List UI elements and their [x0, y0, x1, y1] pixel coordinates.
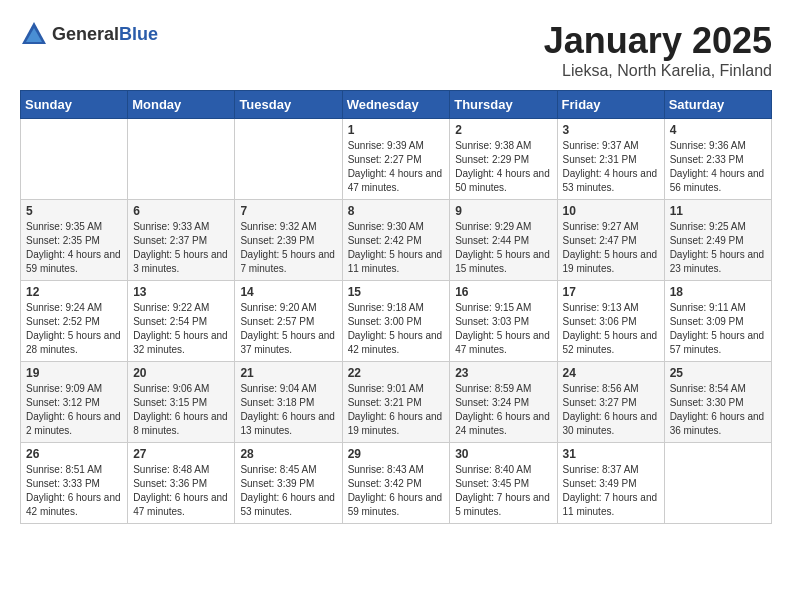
- page-header: GeneralBlue January 2025 Lieksa, North K…: [20, 20, 772, 80]
- day-number: 18: [670, 285, 766, 299]
- day-info: Sunrise: 9:24 AM Sunset: 2:52 PM Dayligh…: [26, 301, 122, 357]
- calendar-cell: 17Sunrise: 9:13 AM Sunset: 3:06 PM Dayli…: [557, 281, 664, 362]
- calendar-cell: 19Sunrise: 9:09 AM Sunset: 3:12 PM Dayli…: [21, 362, 128, 443]
- day-number: 9: [455, 204, 551, 218]
- calendar-table: SundayMondayTuesdayWednesdayThursdayFrid…: [20, 90, 772, 524]
- weekday-header-row: SundayMondayTuesdayWednesdayThursdayFrid…: [21, 91, 772, 119]
- day-info: Sunrise: 9:11 AM Sunset: 3:09 PM Dayligh…: [670, 301, 766, 357]
- day-number: 24: [563, 366, 659, 380]
- location-title: Lieksa, North Karelia, Finland: [544, 62, 772, 80]
- day-number: 5: [26, 204, 122, 218]
- day-info: Sunrise: 9:35 AM Sunset: 2:35 PM Dayligh…: [26, 220, 122, 276]
- day-info: Sunrise: 9:39 AM Sunset: 2:27 PM Dayligh…: [348, 139, 445, 195]
- calendar-cell: 12Sunrise: 9:24 AM Sunset: 2:52 PM Dayli…: [21, 281, 128, 362]
- calendar-cell: [235, 119, 342, 200]
- calendar-cell: 27Sunrise: 8:48 AM Sunset: 3:36 PM Dayli…: [128, 443, 235, 524]
- day-info: Sunrise: 9:22 AM Sunset: 2:54 PM Dayligh…: [133, 301, 229, 357]
- title-area: January 2025 Lieksa, North Karelia, Finl…: [544, 20, 772, 80]
- calendar-cell: 7Sunrise: 9:32 AM Sunset: 2:39 PM Daylig…: [235, 200, 342, 281]
- weekday-header-sunday: Sunday: [21, 91, 128, 119]
- weekday-header-thursday: Thursday: [450, 91, 557, 119]
- week-row-2: 5Sunrise: 9:35 AM Sunset: 2:35 PM Daylig…: [21, 200, 772, 281]
- day-number: 21: [240, 366, 336, 380]
- calendar-cell: [128, 119, 235, 200]
- day-number: 3: [563, 123, 659, 137]
- logo-icon: [20, 20, 48, 48]
- day-number: 19: [26, 366, 122, 380]
- calendar-cell: 13Sunrise: 9:22 AM Sunset: 2:54 PM Dayli…: [128, 281, 235, 362]
- day-number: 26: [26, 447, 122, 461]
- day-info: Sunrise: 9:09 AM Sunset: 3:12 PM Dayligh…: [26, 382, 122, 438]
- day-number: 16: [455, 285, 551, 299]
- day-info: Sunrise: 9:37 AM Sunset: 2:31 PM Dayligh…: [563, 139, 659, 195]
- day-number: 11: [670, 204, 766, 218]
- calendar-cell: 26Sunrise: 8:51 AM Sunset: 3:33 PM Dayli…: [21, 443, 128, 524]
- calendar-cell: 29Sunrise: 8:43 AM Sunset: 3:42 PM Dayli…: [342, 443, 450, 524]
- weekday-header-wednesday: Wednesday: [342, 91, 450, 119]
- month-title: January 2025: [544, 20, 772, 62]
- day-number: 20: [133, 366, 229, 380]
- day-number: 15: [348, 285, 445, 299]
- calendar-cell: 9Sunrise: 9:29 AM Sunset: 2:44 PM Daylig…: [450, 200, 557, 281]
- logo-text-blue: Blue: [119, 24, 158, 44]
- day-number: 17: [563, 285, 659, 299]
- week-row-4: 19Sunrise: 9:09 AM Sunset: 3:12 PM Dayli…: [21, 362, 772, 443]
- day-number: 28: [240, 447, 336, 461]
- day-number: 10: [563, 204, 659, 218]
- week-row-1: 1Sunrise: 9:39 AM Sunset: 2:27 PM Daylig…: [21, 119, 772, 200]
- calendar-cell: [21, 119, 128, 200]
- day-info: Sunrise: 9:04 AM Sunset: 3:18 PM Dayligh…: [240, 382, 336, 438]
- day-info: Sunrise: 9:36 AM Sunset: 2:33 PM Dayligh…: [670, 139, 766, 195]
- day-info: Sunrise: 8:56 AM Sunset: 3:27 PM Dayligh…: [563, 382, 659, 438]
- calendar-cell: 2Sunrise: 9:38 AM Sunset: 2:29 PM Daylig…: [450, 119, 557, 200]
- day-number: 1: [348, 123, 445, 137]
- calendar-cell: 20Sunrise: 9:06 AM Sunset: 3:15 PM Dayli…: [128, 362, 235, 443]
- calendar-cell: 5Sunrise: 9:35 AM Sunset: 2:35 PM Daylig…: [21, 200, 128, 281]
- calendar-cell: 10Sunrise: 9:27 AM Sunset: 2:47 PM Dayli…: [557, 200, 664, 281]
- day-number: 31: [563, 447, 659, 461]
- day-info: Sunrise: 9:38 AM Sunset: 2:29 PM Dayligh…: [455, 139, 551, 195]
- day-number: 29: [348, 447, 445, 461]
- calendar-cell: 8Sunrise: 9:30 AM Sunset: 2:42 PM Daylig…: [342, 200, 450, 281]
- weekday-header-saturday: Saturday: [664, 91, 771, 119]
- calendar-cell: 3Sunrise: 9:37 AM Sunset: 2:31 PM Daylig…: [557, 119, 664, 200]
- calendar-cell: 28Sunrise: 8:45 AM Sunset: 3:39 PM Dayli…: [235, 443, 342, 524]
- calendar-cell: 25Sunrise: 8:54 AM Sunset: 3:30 PM Dayli…: [664, 362, 771, 443]
- day-info: Sunrise: 9:15 AM Sunset: 3:03 PM Dayligh…: [455, 301, 551, 357]
- calendar-cell: 6Sunrise: 9:33 AM Sunset: 2:37 PM Daylig…: [128, 200, 235, 281]
- day-number: 14: [240, 285, 336, 299]
- day-info: Sunrise: 9:30 AM Sunset: 2:42 PM Dayligh…: [348, 220, 445, 276]
- weekday-header-friday: Friday: [557, 91, 664, 119]
- day-info: Sunrise: 8:54 AM Sunset: 3:30 PM Dayligh…: [670, 382, 766, 438]
- day-number: 12: [26, 285, 122, 299]
- calendar-cell: 14Sunrise: 9:20 AM Sunset: 2:57 PM Dayli…: [235, 281, 342, 362]
- calendar-cell: 21Sunrise: 9:04 AM Sunset: 3:18 PM Dayli…: [235, 362, 342, 443]
- calendar-cell: 18Sunrise: 9:11 AM Sunset: 3:09 PM Dayli…: [664, 281, 771, 362]
- day-number: 7: [240, 204, 336, 218]
- day-number: 27: [133, 447, 229, 461]
- day-info: Sunrise: 9:29 AM Sunset: 2:44 PM Dayligh…: [455, 220, 551, 276]
- weekday-header-tuesday: Tuesday: [235, 91, 342, 119]
- day-info: Sunrise: 9:06 AM Sunset: 3:15 PM Dayligh…: [133, 382, 229, 438]
- day-number: 8: [348, 204, 445, 218]
- day-info: Sunrise: 9:32 AM Sunset: 2:39 PM Dayligh…: [240, 220, 336, 276]
- calendar-cell: [664, 443, 771, 524]
- calendar-cell: 11Sunrise: 9:25 AM Sunset: 2:49 PM Dayli…: [664, 200, 771, 281]
- calendar-cell: 30Sunrise: 8:40 AM Sunset: 3:45 PM Dayli…: [450, 443, 557, 524]
- day-info: Sunrise: 8:59 AM Sunset: 3:24 PM Dayligh…: [455, 382, 551, 438]
- calendar-cell: 31Sunrise: 8:37 AM Sunset: 3:49 PM Dayli…: [557, 443, 664, 524]
- day-info: Sunrise: 8:48 AM Sunset: 3:36 PM Dayligh…: [133, 463, 229, 519]
- calendar-cell: 15Sunrise: 9:18 AM Sunset: 3:00 PM Dayli…: [342, 281, 450, 362]
- day-number: 22: [348, 366, 445, 380]
- day-info: Sunrise: 9:27 AM Sunset: 2:47 PM Dayligh…: [563, 220, 659, 276]
- week-row-5: 26Sunrise: 8:51 AM Sunset: 3:33 PM Dayli…: [21, 443, 772, 524]
- weekday-header-monday: Monday: [128, 91, 235, 119]
- day-number: 6: [133, 204, 229, 218]
- day-number: 13: [133, 285, 229, 299]
- day-info: Sunrise: 9:01 AM Sunset: 3:21 PM Dayligh…: [348, 382, 445, 438]
- calendar-cell: 16Sunrise: 9:15 AM Sunset: 3:03 PM Dayli…: [450, 281, 557, 362]
- day-info: Sunrise: 8:37 AM Sunset: 3:49 PM Dayligh…: [563, 463, 659, 519]
- day-number: 30: [455, 447, 551, 461]
- calendar-cell: 23Sunrise: 8:59 AM Sunset: 3:24 PM Dayli…: [450, 362, 557, 443]
- day-info: Sunrise: 8:40 AM Sunset: 3:45 PM Dayligh…: [455, 463, 551, 519]
